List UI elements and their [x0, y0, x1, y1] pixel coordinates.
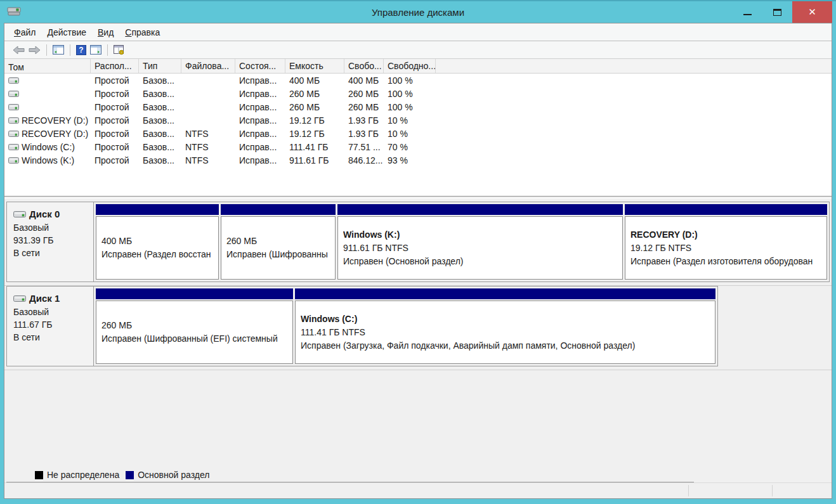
partition-windows-k[interactable]: Windows (K:) 911.61 ГБ NTFS Исправен (Ос…	[337, 204, 623, 280]
console-tree-icon	[53, 45, 64, 55]
maximize-icon	[773, 9, 781, 16]
partition-color-bar	[295, 288, 715, 299]
unallocated-swatch	[35, 471, 43, 479]
action-pane-icon	[90, 45, 101, 55]
partition-efi-system[interactable]: 260 МБ Исправен (Шифрованный (EFI) систе…	[96, 288, 293, 364]
partition-color-bar	[96, 288, 293, 299]
toolbar-separator	[107, 44, 108, 56]
disk-row-separator	[4, 366, 832, 370]
forward-button[interactable]	[27, 44, 42, 56]
disk-status: В сети	[13, 331, 88, 344]
close-button[interactable]: ✕	[792, 1, 832, 23]
table-row[interactable]: Простой Базов... Исправ... 400 МБ 400 МБ…	[4, 74, 832, 87]
disk-status: В сети	[13, 247, 88, 259]
column-header-volume[interactable]: Том	[4, 59, 91, 73]
legend-label: Основной раздел	[138, 470, 209, 480]
app-drive-icon	[6, 5, 22, 20]
table-row[interactable]: Windows (K:) Простой Базов... NTFS Испра…	[4, 153, 832, 167]
show-console-tree-button[interactable]	[51, 44, 66, 56]
column-header-filesystem[interactable]: Файлова...	[181, 59, 235, 73]
legend-primary-partition: Основной раздел	[126, 470, 209, 480]
snapin-button[interactable]	[112, 44, 127, 56]
help-icon: ?	[76, 45, 86, 55]
partition-color-bar	[221, 204, 336, 215]
table-row[interactable]: Простой Базов... Исправ... 260 МБ 260 МБ…	[4, 87, 832, 100]
graphical-view: Диск 0 Базовый 931.39 ГБ В сети 400 МБ И…	[4, 198, 832, 482]
partition-windows-c[interactable]: Windows (C:) 111.41 ГБ NTFS Исправен (За…	[295, 288, 715, 364]
table-row[interactable]: Простой Базов... Исправ... 260 МБ 260 МБ…	[4, 100, 832, 113]
partition-recovery-d[interactable]: RECOVERY (D:) 19.12 ГБ NTFS Исправен (Ра…	[625, 204, 827, 280]
legend-label: Не распределена	[47, 470, 119, 480]
svg-text:?: ?	[79, 46, 83, 55]
menu-file[interactable]: Файл	[8, 25, 41, 40]
partition-efi-260mb[interactable]: 260 МБ Исправен (Шифрованны	[221, 204, 336, 280]
primary-partition-swatch	[126, 471, 134, 479]
statusbar-separator	[772, 485, 773, 496]
menu-help[interactable]: Справка	[119, 25, 166, 40]
show-action-pane-button[interactable]	[88, 44, 103, 56]
partition-recovery-400mb[interactable]: 400 МБ Исправен (Раздел восстан	[96, 204, 219, 280]
partition-color-bar	[96, 204, 219, 215]
volume-icon	[8, 117, 19, 124]
console-content: Файл Действие Вид Справка	[4, 23, 832, 499]
minimize-icon	[743, 14, 752, 15]
menu-action[interactable]: Действие	[41, 25, 92, 40]
statusbar-separator	[688, 485, 689, 496]
column-header-status[interactable]: Состоя...	[235, 59, 285, 73]
volume-icon	[8, 143, 19, 151]
partition-color-bar	[337, 204, 623, 215]
menu-view[interactable]: Вид	[92, 25, 119, 40]
disk-type: Базовый	[13, 221, 88, 234]
disk-0-band: Диск 0 Базовый 931.39 ГБ В сети 400 МБ И…	[6, 202, 830, 282]
menubar: Файл Действие Вид Справка	[4, 23, 832, 41]
volume-icon	[8, 77, 19, 84]
volume-icon	[8, 157, 19, 164]
disk-type: Базовый	[13, 306, 88, 318]
volume-icon	[8, 103, 19, 111]
table-row[interactable]: RECOVERY (D:) Простой Базов... Исправ...…	[4, 113, 832, 127]
disk-icon	[13, 294, 26, 303]
disk-management-window: Управление дисками ✕ Файл Действие Вид С…	[0, 0, 836, 504]
disk-management-snapin-icon	[114, 45, 125, 55]
disk-0-panel[interactable]: Диск 0 Базовый 931.39 ГБ В сети	[7, 202, 94, 281]
column-header-capacity[interactable]: Емкость	[285, 59, 344, 73]
disk-0-partitions: 400 МБ Исправен (Раздел восстан 260 МБ И…	[94, 202, 829, 281]
volume-icon	[8, 130, 19, 138]
column-header-type[interactable]: Тип	[139, 59, 181, 73]
disk-1-partitions: 260 МБ Исправен (Шифрованный (EFI) систе…	[94, 287, 717, 366]
disk-size: 931.39 ГБ	[13, 234, 88, 247]
column-header-free[interactable]: Свобо...	[344, 59, 384, 73]
back-button[interactable]	[11, 44, 27, 56]
maximize-button[interactable]	[762, 1, 792, 23]
partition-color-bar	[625, 204, 827, 215]
column-header-filler	[436, 59, 832, 73]
help-button[interactable]: ?	[74, 44, 88, 56]
disk-1-panel[interactable]: Диск 1 Базовый 111.67 ГБ В сети	[7, 287, 94, 366]
window-title: Управление дисками	[4, 7, 832, 18]
minimize-button[interactable]	[733, 1, 762, 23]
column-header-free-pct[interactable]: Свободно...	[384, 59, 436, 73]
disk-size: 111.67 ГБ	[13, 318, 88, 331]
column-header-layout[interactable]: Распол...	[91, 59, 139, 73]
toolbar-separator	[46, 44, 47, 56]
disk-name: Диск 1	[29, 293, 60, 304]
disk-1-band: Диск 1 Базовый 111.67 ГБ В сети 260 МБ И…	[6, 286, 718, 366]
table-row[interactable]: RECOVERY (D:) Простой Базов... NTFS Испр…	[4, 127, 832, 140]
volume-icon	[8, 90, 19, 98]
toolbar: ?	[4, 41, 832, 59]
table-row[interactable]: Windows (C:) Простой Базов... NTFS Испра…	[4, 140, 832, 153]
window-controls: ✕	[733, 1, 832, 23]
legend-unallocated: Не распределена	[35, 470, 119, 480]
close-icon: ✕	[808, 6, 816, 18]
disk-name: Диск 0	[29, 209, 60, 219]
toolbar-separator	[70, 44, 70, 56]
volume-list-header: Том Распол... Тип Файлова... Состоя... Е…	[4, 59, 832, 74]
disk-icon	[13, 210, 26, 219]
titlebar[interactable]: Управление дисками ✕	[4, 1, 832, 23]
legend: Не распределена Основной раздел	[6, 468, 694, 482]
volume-list: Том Распол... Тип Файлова... Состоя... Е…	[4, 59, 832, 196]
forward-arrow-icon	[29, 46, 41, 55]
statusbar	[4, 482, 832, 498]
back-arrow-icon	[13, 46, 25, 55]
